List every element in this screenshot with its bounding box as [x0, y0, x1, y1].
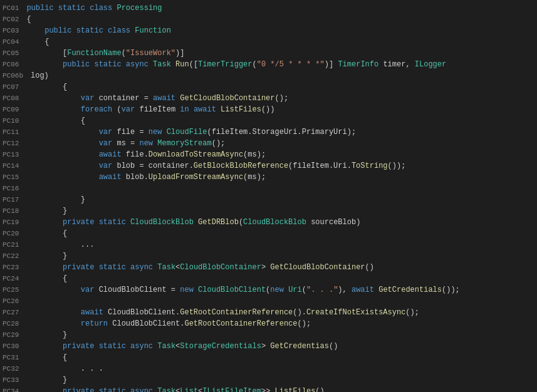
- code-token: (: [302, 286, 306, 294]
- code-token: CloudBlobClient.: [108, 319, 184, 328]
- code-token: Task: [157, 263, 175, 272]
- line-number: PC08: [0, 93, 24, 104]
- line-number: PC14: [0, 160, 24, 172]
- code-token: private: [63, 387, 94, 392]
- line-content: }: [24, 329, 537, 341]
- code-line: PC33 }: [0, 374, 537, 386]
- code-token: ().: [293, 308, 306, 317]
- code-line: PC05 [FunctionName("IssueWork")]: [0, 48, 537, 59]
- line-number: PC24: [0, 273, 24, 284]
- line-number: PC10: [0, 115, 24, 126]
- code-token: (: [253, 60, 257, 69]
- code-token: sourceBlob): [306, 218, 360, 227]
- line-content: {: [24, 81, 537, 93]
- line-number: PC17: [0, 194, 24, 205]
- line-number: PC18: [0, 205, 24, 217]
- line-number: PC09: [0, 104, 24, 115]
- line-number: PC26: [0, 296, 24, 307]
- code-token: class: [90, 4, 112, 13]
- code-token: [26, 60, 63, 69]
- code-token: GetBlockBlobReference: [194, 162, 288, 170]
- code-line: PC22 }: [0, 250, 537, 262]
- line-number: PC12: [0, 138, 24, 149]
- line-number: PC32: [0, 363, 24, 374]
- code-token: fileItem: [135, 105, 180, 114]
- code-token: ()): [261, 105, 275, 114]
- code-token: [171, 60, 175, 69]
- code-token: "0 */5 * * * *": [257, 60, 325, 69]
- line-content: public static async Task Run([TimerTrigg…: [24, 59, 537, 70]
- code-token: log): [31, 71, 49, 80]
- line-content: }: [24, 374, 537, 386]
- line-content: . . .: [24, 363, 537, 374]
- code-token: static: [99, 387, 126, 392]
- code-line: PC28 return CloudBlobClient.GetRootConta…: [0, 318, 537, 329]
- line-number: PC01: [0, 3, 24, 14]
- code-line: PC24 {: [0, 273, 537, 284]
- code-token: await: [99, 173, 122, 182]
- code-token: . . .: [26, 364, 103, 373]
- code-token: CloudBlockBlob: [243, 218, 306, 227]
- code-token: GetRootContainerReference: [184, 319, 297, 328]
- code-token: GetDRBlob: [198, 218, 239, 227]
- code-token: file.: [122, 150, 149, 159]
- line-number: PC19: [0, 217, 24, 228]
- code-token: await: [99, 150, 122, 159]
- code-token: [26, 263, 63, 272]
- code-token: ListFiles: [221, 105, 261, 114]
- line-content: private static CloudBlockBlob GetDRBlob(…: [24, 217, 537, 228]
- code-token: {: [26, 116, 85, 125]
- line-number: PC27: [0, 307, 24, 318]
- code-token: [194, 218, 198, 227]
- line-number: PC16: [0, 183, 24, 194]
- code-token: >>: [261, 387, 275, 392]
- code-token: await: [352, 286, 374, 294]
- code-token: public: [63, 60, 90, 69]
- line-number: PC06b: [0, 70, 28, 81]
- line-number: PC28: [0, 318, 24, 329]
- code-token: {: [26, 229, 67, 238]
- code-line: PC17 }: [0, 194, 537, 205]
- code-token: (: [112, 105, 121, 114]
- line-number: PC11: [0, 126, 24, 138]
- code-token: }: [26, 195, 85, 204]
- line-number: PC31: [0, 352, 24, 363]
- code-token: FunctionName: [67, 49, 121, 58]
- code-token: TimerTrigger: [198, 60, 252, 69]
- line-number: PC21: [0, 239, 24, 250]
- code-line: PC19 private static CloudBlockBlob GetDR…: [0, 217, 537, 228]
- code-token: static: [58, 4, 85, 13]
- code-token: ToString: [352, 162, 388, 170]
- code-line: PC13 await file.DownloadToStreamAsync(ms…: [0, 149, 537, 160]
- code-token: ();: [212, 139, 226, 148]
- line-number: PC15: [0, 172, 24, 183]
- code-token: ),: [338, 286, 352, 294]
- code-token: CloudBlobClient.: [103, 308, 180, 317]
- line-content: {: [24, 14, 537, 25]
- code-token: [162, 128, 166, 137]
- line-number: PC29: [0, 329, 24, 341]
- code-token: static: [76, 26, 103, 35]
- code-token: CreateIfNotExistsAsync: [306, 308, 405, 317]
- code-token: (ms);: [243, 150, 266, 159]
- code-line: PC03 public static class Function: [0, 25, 537, 36]
- code-token: ();: [298, 319, 311, 328]
- line-content: }: [24, 250, 537, 262]
- line-number: PC03: [0, 25, 24, 36]
- line-number: PC30: [0, 341, 24, 352]
- code-line: PC25 var CloudBlobClient = new CloudBlob…: [0, 284, 537, 296]
- code-token: MemoryStream: [157, 139, 211, 148]
- line-content: await CloudBlobClient.GetRootContainerRe…: [24, 307, 537, 318]
- line-content: foreach (var fileItem in await ListFiles…: [24, 104, 537, 115]
- code-token: var: [81, 94, 95, 103]
- code-token: [94, 342, 98, 351]
- code-line: PC08 var container = await GetCloudBlobC…: [0, 93, 537, 104]
- code-token: [26, 308, 80, 317]
- line-content: var container = await GetCloudBlobContai…: [24, 93, 537, 104]
- code-token: static: [99, 342, 126, 351]
- code-token: [26, 94, 80, 103]
- code-token: static: [99, 218, 126, 227]
- code-token: class: [108, 26, 130, 35]
- code-token: foreach: [81, 105, 112, 114]
- code-token: private: [63, 263, 94, 272]
